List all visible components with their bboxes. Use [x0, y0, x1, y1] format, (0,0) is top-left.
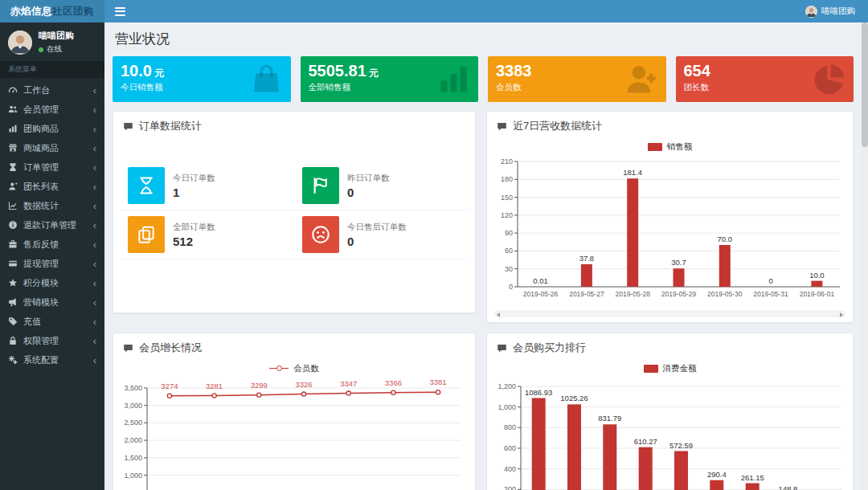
scroll-left-icon[interactable]	[497, 312, 500, 317]
svg-text:1025.26: 1025.26	[560, 394, 588, 402]
brand-bold: 赤焰信息	[10, 5, 52, 18]
svg-text:3299: 3299	[251, 381, 268, 390]
menu-section-label: 系统菜单	[0, 61, 104, 78]
order-stat-today: 今日订单数1	[120, 161, 294, 210]
sidebar-item-dashboard[interactable]: 工作台‹	[0, 80, 104, 100]
sidebar-item-credit-card[interactable]: 提现管理‹	[0, 254, 104, 273]
legend-label: 消费金额	[663, 363, 697, 374]
svg-text:1,200: 1,200	[497, 382, 516, 390]
svg-text:0.01: 0.01	[533, 276, 548, 285]
svg-text:30: 30	[505, 265, 513, 273]
sidebar-item-users[interactable]: 会员管理‹	[0, 100, 104, 119]
credit-card-icon	[8, 259, 18, 268]
sidebar-toggle-button[interactable]	[104, 0, 137, 22]
sidebar: 喵喵团购 在线 系统菜单 工作台‹会员管理‹团购商品‹商城商品‹订单管理‹团长列…	[0, 22, 104, 490]
svg-text:600: 600	[504, 444, 516, 452]
page-scrollbar-thumb[interactable]	[862, 22, 868, 147]
panel-header: 会员增长情况	[113, 333, 475, 361]
stat-card-members[interactable]: 3383 会员数	[488, 56, 666, 102]
svg-text:800: 800	[504, 423, 516, 431]
sidebar-item-store[interactable]: 商城商品‹	[0, 138, 104, 157]
comment-icon	[497, 121, 507, 132]
order-stat-aftersale: 今日售后订单数0	[294, 210, 469, 259]
svg-text:400: 400	[504, 465, 516, 473]
app-logo[interactable]: 赤焰信息社区团购	[0, 0, 104, 22]
gears-icon	[8, 355, 18, 365]
svg-text:572.59: 572.59	[669, 441, 693, 450]
sidebar-user-avatar	[8, 31, 32, 55]
stat-card-today-sales[interactable]: 10.0元 今日销售额	[113, 56, 291, 102]
purchase-power-chart: 02004006008001,0001,2001086.931025.26831…	[487, 377, 853, 490]
sidebar-item-info-circle[interactable]: 退款订单管理‹	[0, 215, 104, 235]
svg-text:180: 180	[501, 175, 513, 183]
stat-card-total-sales[interactable]: 5505.81元 全部销售额	[301, 56, 479, 102]
svg-text:610.27: 610.27	[634, 437, 657, 446]
chevron-left-icon: ‹	[93, 297, 96, 308]
svg-text:3381: 3381	[430, 378, 447, 386]
svg-text:1,000: 1,000	[124, 472, 142, 480]
comment-icon	[123, 121, 133, 132]
svg-text:3281: 3281	[206, 382, 223, 390]
svg-text:2019-06-01: 2019-06-01	[800, 290, 835, 298]
svg-text:120: 120	[501, 211, 513, 219]
chart-column-icon	[8, 124, 18, 133]
briefcase-icon	[8, 239, 18, 249]
comment-icon	[123, 343, 133, 353]
chart-legend[interactable]: 销售额	[487, 139, 853, 155]
chevron-left-icon: ‹	[93, 182, 96, 192]
sidebar-item-line-chart[interactable]: 数据统计‹	[0, 196, 104, 215]
svg-text:60: 60	[505, 247, 513, 255]
stat-card-leaders[interactable]: 654 团长数	[676, 56, 854, 102]
chart-hscrollbar[interactable]	[494, 310, 845, 317]
sidebar-item-user[interactable]: 团长列表‹	[0, 177, 104, 196]
top-navbar: 赤焰信息社区团购 喵喵团购	[0, 0, 868, 22]
bar-chart-icon	[436, 62, 471, 96]
sidebar-item-megaphone[interactable]: 营销模块‹	[0, 292, 104, 312]
revenue-7d-panel: 近7日营收数据统计 销售额 03060901201501802100.01201…	[486, 111, 854, 323]
content-area: 营业状况 10.0元 今日销售额 5505.81元 全部销售额 3383 会员数…	[104, 22, 862, 490]
svg-text:150: 150	[501, 194, 513, 202]
lock-icon	[8, 336, 18, 345]
chevron-left-icon: ‹	[93, 220, 96, 231]
legend-swatch-icon	[644, 365, 658, 373]
topbar-user-name: 喵喵团购	[821, 6, 855, 17]
svg-text:290.4: 290.4	[707, 470, 727, 479]
user-menu[interactable]: 喵喵团购	[805, 6, 855, 18]
legend-label: 销售额	[667, 141, 693, 153]
svg-text:2019-05-27: 2019-05-27	[569, 290, 604, 298]
chevron-left-icon: ‹	[93, 85, 96, 96]
chevron-left-icon: ‹	[93, 104, 96, 115]
scroll-right-icon[interactable]	[840, 312, 843, 317]
chart-legend[interactable]: 消费金额	[487, 361, 853, 377]
user-icon	[8, 182, 18, 191]
panel-header: 会员购买力排行	[487, 333, 853, 361]
sidebar-item-gears[interactable]: 系统配置‹	[0, 350, 104, 370]
sidebar-item-star[interactable]: 积分模块‹	[0, 273, 104, 292]
order-stats-panel: 订单数据统计 今日订单数1 昨日订单数0 全部订单数512	[113, 111, 476, 313]
panel-header: 近7日营收数据统计	[487, 112, 853, 139]
svg-text:3326: 3326	[295, 380, 312, 389]
member-growth-panel: 会员增长情况 会员数 05001,0001,5002,0002,5003,000…	[113, 333, 476, 490]
sidebar-item-hourglass[interactable]: 订单管理‹	[0, 157, 104, 177]
sidebar-item-tags[interactable]: 充值‹	[0, 312, 104, 331]
svg-text:210: 210	[501, 157, 513, 165]
user-status: 在线	[39, 44, 74, 55]
sidebar-item-briefcase[interactable]: 售后反馈‹	[0, 235, 104, 254]
chevron-left-icon: ‹	[93, 278, 96, 288]
svg-text:70.0: 70.0	[718, 235, 733, 243]
svg-text:90: 90	[505, 229, 513, 237]
sidebar-item-lock[interactable]: 权限管理‹	[0, 331, 104, 350]
chart-legend[interactable]: 会员数	[113, 361, 475, 377]
page-scrollbar[interactable]	[862, 22, 868, 490]
svg-text:37.8: 37.8	[579, 254, 595, 263]
svg-text:3,500: 3,500	[124, 384, 142, 392]
sidebar-item-chart-column[interactable]: 团购商品‹	[0, 119, 104, 138]
pie-chart-icon	[812, 62, 846, 96]
star-icon	[8, 278, 18, 288]
megaphone-icon	[8, 297, 18, 307]
svg-text:2019-05-31: 2019-05-31	[753, 290, 788, 298]
svg-text:3347: 3347	[340, 379, 357, 388]
panel-title: 订单数据统计	[139, 119, 202, 133]
comment-icon	[497, 343, 507, 353]
sidebar-user-name: 喵喵团购	[39, 30, 74, 42]
